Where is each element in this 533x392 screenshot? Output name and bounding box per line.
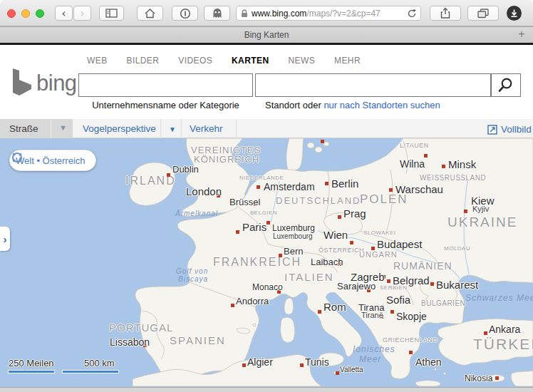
city-marker <box>484 331 487 335</box>
extension-onepassword-button[interactable] <box>172 6 198 21</box>
city-marker <box>338 215 341 219</box>
map-style-birdseye-button[interactable]: Vogelperspektive <box>83 123 156 134</box>
scale-km-bar <box>62 370 119 373</box>
chevron-down-icon[interactable]: ▼ <box>59 123 67 132</box>
city-sublabel: Kyjiv <box>472 205 489 213</box>
country-label: KÖNIGREICH <box>194 154 259 165</box>
country-label: PORTUGAL <box>109 321 173 334</box>
city-marker <box>390 310 394 314</box>
city-marker <box>321 140 324 143</box>
nav-item-mehr[interactable]: MEHR <box>334 56 361 66</box>
city-label: Sofia <box>386 294 410 306</box>
share-icon <box>439 7 452 19</box>
city-sublabel: Luxembourg <box>273 232 313 240</box>
downloads-button[interactable] <box>507 6 522 21</box>
browser-window: ‹ › <box>0 0 533 392</box>
divider <box>181 119 182 138</box>
bing-logo[interactable]: bing <box>11 68 77 96</box>
nav-item-bilder[interactable]: BILDER <box>127 56 160 66</box>
map-traffic-button[interactable]: Verkehr <box>190 123 223 134</box>
bing-nav: WEB BILDER VIDEOS KARTEN NEWS MEHR <box>87 56 361 66</box>
city-label: Lissabon <box>110 336 150 348</box>
scale-miles-bar <box>8 370 55 373</box>
country-label: NIEDERLANDE <box>239 175 284 181</box>
city-label: Sarajewo <box>337 281 376 292</box>
sidebar-button[interactable] <box>99 6 124 21</box>
city-label: Nikosia <box>465 373 492 383</box>
new-tab-button[interactable]: + <box>514 28 529 41</box>
business-search-input[interactable] <box>78 73 253 97</box>
divider <box>51 119 51 138</box>
nav-item-videos[interactable]: VIDEOS <box>178 56 212 66</box>
search-icon <box>497 77 515 94</box>
extension-ghostery-button[interactable] <box>204 6 230 21</box>
active-tab[interactable]: Bing Karten <box>0 30 533 40</box>
nav-item-karten[interactable]: KARTEN <box>232 56 269 66</box>
zoom-window-button[interactable] <box>36 9 44 18</box>
city-marker <box>236 230 239 234</box>
minimize-window-button[interactable] <box>21 9 30 18</box>
city-label: Monaco <box>252 282 283 292</box>
search-button[interactable] <box>491 73 521 97</box>
tabs-icon <box>477 8 490 19</box>
divider <box>236 119 237 138</box>
back-icon: ‹ <box>61 8 66 19</box>
city-label: Warschau <box>395 183 443 195</box>
fullscreen-button[interactable]: Vollbild <box>487 124 532 135</box>
map-labels-layer: VEREINIGTESKÖNIGREICHIRLANDNIEDERLANDEBE… <box>0 138 533 387</box>
city-sublabel: Tiranë <box>361 311 383 319</box>
water-label: Golf von <box>176 267 208 275</box>
url-host: www.bing.com <box>252 9 306 19</box>
location-search-input[interactable] <box>255 73 491 97</box>
city-marker <box>231 304 234 307</box>
city-marker <box>464 210 467 213</box>
bing-header: WEB BILDER VIDEOS KARTEN NEWS MEHR bing … <box>0 45 533 119</box>
reload-icon[interactable] <box>407 9 417 19</box>
location-only-search-link[interactable]: nur nach Standorten suchen <box>324 100 440 110</box>
show-tabs-button[interactable] <box>467 6 499 21</box>
city-label: Bukarest <box>436 279 478 291</box>
city-label: Brüssel <box>229 197 260 207</box>
back-button[interactable]: ‹ <box>55 6 73 21</box>
nav-item-news[interactable]: NEWS <box>288 56 315 66</box>
forward-button[interactable]: › <box>73 6 91 21</box>
water-label: Meer <box>359 354 381 364</box>
country-label: BELGIEN <box>250 210 277 216</box>
city-label: Dublin <box>172 164 199 175</box>
nav-item-web[interactable]: WEB <box>87 56 108 66</box>
fullscreen-label: Vollbild <box>501 124 532 135</box>
city-label: Minsk <box>448 158 476 170</box>
home-icon <box>144 8 156 19</box>
close-window-button[interactable] <box>7 9 16 18</box>
business-search-label: Unternehmensname oder Kategorie <box>78 100 253 110</box>
country-label: SPANIEN <box>170 334 226 346</box>
address-bar[interactable]: www.bing.com/maps/?v=2&cp=47 <box>236 6 421 21</box>
map-style-street-button[interactable]: Straße ▼ <box>0 119 73 138</box>
city-label: London <box>186 185 222 197</box>
lock-icon <box>240 9 249 18</box>
birdseye-chevron-down-icon[interactable]: ▼ <box>169 125 176 133</box>
country-label: BULGARIEN <box>421 299 465 307</box>
compass-icon <box>10 150 24 165</box>
chevron-right-icon: › <box>4 233 7 245</box>
city-label: Paris <box>242 221 266 233</box>
city-label: Valletta <box>340 366 363 373</box>
city-marker <box>495 376 499 380</box>
city-marker <box>242 363 246 367</box>
sidebar-expand-tab[interactable]: › <box>0 227 10 251</box>
map-breadcrumb[interactable]: Welt • Österreich <box>9 150 96 171</box>
home-button[interactable] <box>137 6 163 21</box>
street-label: Straße <box>9 123 38 134</box>
browser-toolbar: ‹ › <box>0 0 533 26</box>
location-search-label: Standort oder nur nach Standorten suchen <box>265 100 440 110</box>
city-label: Rom <box>324 301 346 313</box>
map-canvas[interactable]: VEREINIGTESKÖNIGREICHIRLANDNIEDERLANDEBE… <box>0 138 533 387</box>
breadcrumb-text: Welt • Österreich <box>16 155 86 166</box>
city-marker <box>325 182 328 185</box>
forward-icon: › <box>80 8 84 19</box>
city-marker <box>409 351 413 354</box>
country-label: RUMÄNIEN <box>393 260 452 272</box>
city-marker <box>387 279 390 283</box>
share-button[interactable] <box>430 6 461 21</box>
city-label: Tunis <box>305 356 329 368</box>
